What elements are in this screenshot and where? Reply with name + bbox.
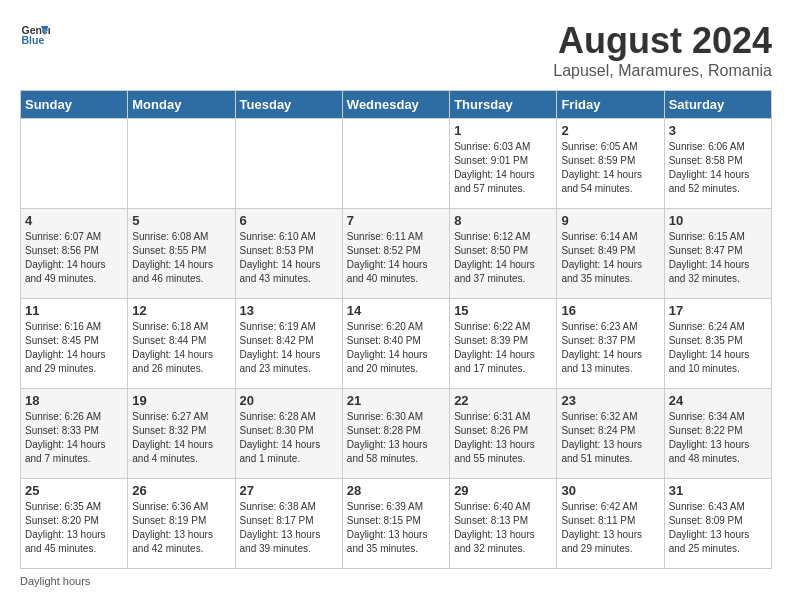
- day-info: Sunrise: 6:26 AM Sunset: 8:33 PM Dayligh…: [25, 410, 123, 466]
- calendar-cell: 1Sunrise: 6:03 AM Sunset: 9:01 PM Daylig…: [450, 119, 557, 209]
- day-info: Sunrise: 6:16 AM Sunset: 8:45 PM Dayligh…: [25, 320, 123, 376]
- title-section: August 2024 Lapusel, Maramures, Romania: [553, 20, 772, 80]
- weekday-header-saturday: Saturday: [664, 91, 771, 119]
- calendar-cell: 23Sunrise: 6:32 AM Sunset: 8:24 PM Dayli…: [557, 389, 664, 479]
- day-number: 6: [240, 213, 338, 228]
- day-info: Sunrise: 6:35 AM Sunset: 8:20 PM Dayligh…: [25, 500, 123, 556]
- calendar-cell: [342, 119, 449, 209]
- calendar-cell: 2Sunrise: 6:05 AM Sunset: 8:59 PM Daylig…: [557, 119, 664, 209]
- day-number: 8: [454, 213, 552, 228]
- day-number: 18: [25, 393, 123, 408]
- month-year-title: August 2024: [553, 20, 772, 62]
- calendar-week-row: 11Sunrise: 6:16 AM Sunset: 8:45 PM Dayli…: [21, 299, 772, 389]
- day-info: Sunrise: 6:27 AM Sunset: 8:32 PM Dayligh…: [132, 410, 230, 466]
- day-number: 9: [561, 213, 659, 228]
- day-number: 24: [669, 393, 767, 408]
- day-info: Sunrise: 6:19 AM Sunset: 8:42 PM Dayligh…: [240, 320, 338, 376]
- logo: General Blue: [20, 20, 50, 50]
- day-info: Sunrise: 6:10 AM Sunset: 8:53 PM Dayligh…: [240, 230, 338, 286]
- calendar-cell: 3Sunrise: 6:06 AM Sunset: 8:58 PM Daylig…: [664, 119, 771, 209]
- calendar-header-row: SundayMondayTuesdayWednesdayThursdayFrid…: [21, 91, 772, 119]
- calendar-cell: 27Sunrise: 6:38 AM Sunset: 8:17 PM Dayli…: [235, 479, 342, 569]
- day-number: 23: [561, 393, 659, 408]
- day-info: Sunrise: 6:14 AM Sunset: 8:49 PM Dayligh…: [561, 230, 659, 286]
- calendar-cell: 12Sunrise: 6:18 AM Sunset: 8:44 PM Dayli…: [128, 299, 235, 389]
- calendar-cell: 13Sunrise: 6:19 AM Sunset: 8:42 PM Dayli…: [235, 299, 342, 389]
- calendar-cell: 9Sunrise: 6:14 AM Sunset: 8:49 PM Daylig…: [557, 209, 664, 299]
- day-number: 10: [669, 213, 767, 228]
- calendar-cell: 11Sunrise: 6:16 AM Sunset: 8:45 PM Dayli…: [21, 299, 128, 389]
- day-info: Sunrise: 6:40 AM Sunset: 8:13 PM Dayligh…: [454, 500, 552, 556]
- calendar-cell: 26Sunrise: 6:36 AM Sunset: 8:19 PM Dayli…: [128, 479, 235, 569]
- day-info: Sunrise: 6:32 AM Sunset: 8:24 PM Dayligh…: [561, 410, 659, 466]
- day-number: 12: [132, 303, 230, 318]
- day-info: Sunrise: 6:18 AM Sunset: 8:44 PM Dayligh…: [132, 320, 230, 376]
- weekday-header-monday: Monday: [128, 91, 235, 119]
- calendar-cell: 7Sunrise: 6:11 AM Sunset: 8:52 PM Daylig…: [342, 209, 449, 299]
- day-number: 13: [240, 303, 338, 318]
- calendar-week-row: 4Sunrise: 6:07 AM Sunset: 8:56 PM Daylig…: [21, 209, 772, 299]
- day-number: 20: [240, 393, 338, 408]
- day-info: Sunrise: 6:30 AM Sunset: 8:28 PM Dayligh…: [347, 410, 445, 466]
- day-number: 21: [347, 393, 445, 408]
- day-number: 17: [669, 303, 767, 318]
- calendar-cell: [21, 119, 128, 209]
- day-number: 22: [454, 393, 552, 408]
- calendar-cell: 18Sunrise: 6:26 AM Sunset: 8:33 PM Dayli…: [21, 389, 128, 479]
- day-info: Sunrise: 6:36 AM Sunset: 8:19 PM Dayligh…: [132, 500, 230, 556]
- day-number: 3: [669, 123, 767, 138]
- day-info: Sunrise: 6:31 AM Sunset: 8:26 PM Dayligh…: [454, 410, 552, 466]
- day-number: 11: [25, 303, 123, 318]
- weekday-header-friday: Friday: [557, 91, 664, 119]
- calendar-cell: 19Sunrise: 6:27 AM Sunset: 8:32 PM Dayli…: [128, 389, 235, 479]
- calendar-cell: 16Sunrise: 6:23 AM Sunset: 8:37 PM Dayli…: [557, 299, 664, 389]
- calendar-cell: [128, 119, 235, 209]
- calendar-cell: 10Sunrise: 6:15 AM Sunset: 8:47 PM Dayli…: [664, 209, 771, 299]
- day-info: Sunrise: 6:23 AM Sunset: 8:37 PM Dayligh…: [561, 320, 659, 376]
- day-number: 26: [132, 483, 230, 498]
- day-number: 5: [132, 213, 230, 228]
- day-info: Sunrise: 6:12 AM Sunset: 8:50 PM Dayligh…: [454, 230, 552, 286]
- day-info: Sunrise: 6:38 AM Sunset: 8:17 PM Dayligh…: [240, 500, 338, 556]
- day-info: Sunrise: 6:08 AM Sunset: 8:55 PM Dayligh…: [132, 230, 230, 286]
- header: General Blue August 2024 Lapusel, Maramu…: [20, 20, 772, 80]
- weekday-header-tuesday: Tuesday: [235, 91, 342, 119]
- calendar-cell: 25Sunrise: 6:35 AM Sunset: 8:20 PM Dayli…: [21, 479, 128, 569]
- day-info: Sunrise: 6:28 AM Sunset: 8:30 PM Dayligh…: [240, 410, 338, 466]
- calendar-cell: 28Sunrise: 6:39 AM Sunset: 8:15 PM Dayli…: [342, 479, 449, 569]
- day-number: 29: [454, 483, 552, 498]
- calendar-cell: 15Sunrise: 6:22 AM Sunset: 8:39 PM Dayli…: [450, 299, 557, 389]
- calendar-cell: 30Sunrise: 6:42 AM Sunset: 8:11 PM Dayli…: [557, 479, 664, 569]
- calendar-cell: 21Sunrise: 6:30 AM Sunset: 8:28 PM Dayli…: [342, 389, 449, 479]
- day-number: 4: [25, 213, 123, 228]
- calendar-cell: 29Sunrise: 6:40 AM Sunset: 8:13 PM Dayli…: [450, 479, 557, 569]
- day-number: 30: [561, 483, 659, 498]
- day-info: Sunrise: 6:05 AM Sunset: 8:59 PM Dayligh…: [561, 140, 659, 196]
- day-number: 25: [25, 483, 123, 498]
- calendar-cell: 5Sunrise: 6:08 AM Sunset: 8:55 PM Daylig…: [128, 209, 235, 299]
- calendar-cell: [235, 119, 342, 209]
- day-info: Sunrise: 6:22 AM Sunset: 8:39 PM Dayligh…: [454, 320, 552, 376]
- day-info: Sunrise: 6:34 AM Sunset: 8:22 PM Dayligh…: [669, 410, 767, 466]
- day-info: Sunrise: 6:06 AM Sunset: 8:58 PM Dayligh…: [669, 140, 767, 196]
- day-number: 31: [669, 483, 767, 498]
- day-number: 1: [454, 123, 552, 138]
- day-info: Sunrise: 6:43 AM Sunset: 8:09 PM Dayligh…: [669, 500, 767, 556]
- daylight-hours-label: Daylight hours: [20, 575, 90, 587]
- calendar-cell: 20Sunrise: 6:28 AM Sunset: 8:30 PM Dayli…: [235, 389, 342, 479]
- logo-icon: General Blue: [20, 20, 50, 50]
- calendar-table: SundayMondayTuesdayWednesdayThursdayFrid…: [20, 90, 772, 569]
- day-number: 15: [454, 303, 552, 318]
- day-number: 7: [347, 213, 445, 228]
- calendar-cell: 24Sunrise: 6:34 AM Sunset: 8:22 PM Dayli…: [664, 389, 771, 479]
- weekday-header-thursday: Thursday: [450, 91, 557, 119]
- calendar-cell: 6Sunrise: 6:10 AM Sunset: 8:53 PM Daylig…: [235, 209, 342, 299]
- calendar-week-row: 25Sunrise: 6:35 AM Sunset: 8:20 PM Dayli…: [21, 479, 772, 569]
- day-number: 19: [132, 393, 230, 408]
- calendar-cell: 31Sunrise: 6:43 AM Sunset: 8:09 PM Dayli…: [664, 479, 771, 569]
- day-number: 2: [561, 123, 659, 138]
- day-info: Sunrise: 6:20 AM Sunset: 8:40 PM Dayligh…: [347, 320, 445, 376]
- svg-text:Blue: Blue: [22, 34, 45, 46]
- footer-note: Daylight hours: [20, 575, 772, 587]
- calendar-cell: 8Sunrise: 6:12 AM Sunset: 8:50 PM Daylig…: [450, 209, 557, 299]
